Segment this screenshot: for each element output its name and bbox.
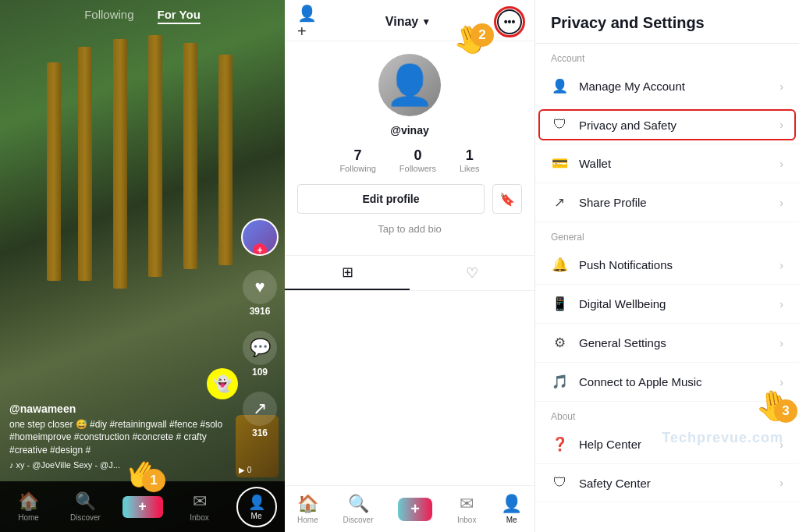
add-friend-icon: 👤+ (297, 4, 319, 41)
profile-nav-inbox[interactable]: ✉ Inbox (457, 494, 476, 524)
profile-avatar: 👤 (378, 54, 441, 116)
manage-account-label: Manage My Account (579, 80, 779, 93)
me-icon: 👤 (501, 494, 522, 514)
followers-label: Followers (400, 164, 436, 173)
chevron-right-icon-9: › (779, 438, 783, 451)
share-profile-item[interactable]: ↗ Share Profile › (535, 183, 799, 222)
step-1-badge: 1 (142, 469, 165, 492)
general-settings-item[interactable]: ⚙ General Settings › (535, 324, 799, 363)
comment-action[interactable]: 💬 109 (243, 331, 277, 378)
creator-name: @nawameen (9, 403, 238, 415)
avatar-silhouette-icon: 👤 (385, 62, 434, 108)
feed-nav-me[interactable]: 👤 Me (228, 487, 285, 527)
comment-count: 109 (252, 367, 268, 378)
chevron-right-icon-3: › (779, 158, 783, 170)
feed-actions: ♥ 3916 💬 109 ↗ 316 (241, 218, 279, 438)
safety-icon: 🛡 (551, 475, 568, 491)
wallet-icon: 💳 (551, 155, 568, 172)
fence-post-5 (183, 43, 197, 269)
help-center-item[interactable]: ❓ Help Center › (535, 425, 799, 464)
fence-post-4 (148, 35, 162, 277)
share-button[interactable]: ↗ (243, 392, 277, 426)
following-count: 7 (354, 147, 362, 164)
comment-button[interactable]: 💬 (243, 331, 277, 365)
plus-button[interactable]: + (126, 496, 159, 518)
following-stat: 7 Following (339, 147, 375, 173)
followers-stat: 0 Followers (400, 147, 436, 173)
wallet-item[interactable]: 💳 Wallet › (535, 144, 799, 183)
bookmark-button[interactable]: 🔖 (492, 184, 522, 214)
snapchat-badge[interactable]: 👻 (207, 368, 238, 399)
privacy-safety-label: Privacy and Safety (579, 119, 779, 132)
bio-placeholder[interactable]: Tap to add bio (378, 223, 442, 235)
more-options-button[interactable]: ••• (497, 9, 522, 34)
discover-icon: 🔍 (75, 491, 96, 512)
manage-account-item[interactable]: 👤 Manage My Account › (535, 67, 799, 106)
profile-nav-me[interactable]: 👤 Me (501, 494, 522, 524)
like-button[interactable]: ♥ (243, 270, 277, 304)
home-icon: 🏠 (297, 494, 318, 514)
plus-button[interactable]: + (398, 498, 432, 521)
apple-music-item[interactable]: 🎵 Connect to Apple Music › (535, 363, 799, 402)
profile-nav-discover[interactable]: 🔍 Discover (343, 494, 374, 524)
feed-nav-home[interactable]: 🏠 Home (0, 491, 57, 522)
safety-center-item[interactable]: 🛡 Safety Center › (535, 464, 799, 502)
videos-tab[interactable]: ⊞ (285, 256, 410, 290)
inbox-label: Inbox (457, 516, 476, 524)
wallet-label: Wallet (579, 157, 779, 170)
creator-avatar (241, 218, 279, 256)
profile-header: 👤+ Vinay ▼ ••• (285, 0, 534, 41)
bookmark-icon: 🔖 (499, 192, 515, 207)
feed-nav-inbox[interactable]: ✉ Inbox (171, 491, 228, 522)
following-label: Following (339, 164, 375, 173)
like-action[interactable]: ♥ 3916 (243, 270, 277, 317)
chevron-right-icon-10: › (779, 477, 783, 489)
following-tab[interactable]: Following (84, 8, 133, 24)
profile-handle: @vinay (390, 124, 428, 137)
add-friend-button[interactable]: 👤+ (297, 11, 319, 33)
me-label: Me (506, 516, 517, 524)
share-profile-label: Share Profile (579, 196, 779, 209)
safety-center-label: Safety Center (579, 477, 779, 490)
share-action[interactable]: ↗ 316 (243, 392, 277, 438)
chevron-right-icon-4: › (779, 197, 783, 209)
profile-body: 👤 @vinay 7 Following 0 Followers 1 Likes… (285, 41, 534, 255)
heart-tab-icon: ♡ (466, 264, 478, 282)
for-you-tab[interactable]: For You (158, 8, 201, 24)
inbox-icon: ✉ (460, 494, 474, 514)
likes-stat: 1 Likes (460, 147, 480, 173)
settings-panel: Privacy and Settings Account 👤 Manage My… (534, 0, 799, 532)
profile-bottom-nav: 🏠 Home 🔍 Discover + ✉ Inbox 👤 Me (285, 485, 534, 532)
inbox-icon: ✉ (193, 491, 207, 512)
profile-nav-plus[interactable]: + (398, 498, 432, 521)
profile-tabs: ⊞ ♡ (285, 255, 534, 291)
bell-icon: 🔔 (551, 257, 568, 273)
edit-profile-button[interactable]: Edit profile (297, 184, 485, 214)
fence-post-6 (218, 55, 233, 265)
home-label: Home (297, 516, 318, 524)
feed-nav-plus[interactable]: + (114, 496, 171, 518)
creator-avatar-container[interactable] (241, 218, 279, 256)
liked-tab[interactable]: ♡ (410, 256, 534, 290)
wellbeing-icon: 📱 (551, 296, 568, 312)
chevron-right-icon-6: › (779, 298, 783, 310)
feed-panel: Following For You ♥ 3916 💬 109 ↗ 316 (0, 0, 285, 532)
privacy-safety-item[interactable]: 🛡 Privacy and Safety › (535, 106, 799, 144)
digital-wellbeing-item[interactable]: 📱 Digital Wellbeing › (535, 285, 799, 324)
chevron-right-icon-5: › (779, 259, 783, 271)
play-icon: ▶ 0 (239, 466, 251, 474)
dropdown-arrow-icon[interactable]: ▼ (421, 16, 431, 27)
chevron-right-icon-7: › (779, 337, 783, 349)
privacy-icon: 🛡 (551, 117, 568, 133)
step-1-annotation: 🤚 1 (125, 458, 158, 489)
manage-account-icon: 👤 (551, 78, 568, 94)
share-profile-icon: ↗ (551, 194, 568, 211)
gear-icon: ⚙ (551, 335, 568, 351)
me-icon: 👤 (248, 494, 265, 511)
push-notifications-label: Push Notifications (579, 258, 779, 271)
profile-stats: 7 Following 0 Followers 1 Likes (339, 147, 479, 173)
push-notifications-item[interactable]: 🔔 Push Notifications › (535, 246, 799, 285)
profile-nav-home[interactable]: 🏠 Home (297, 494, 318, 524)
like-count: 3916 (250, 306, 271, 317)
feed-nav-discover[interactable]: 🔍 Discover (57, 491, 114, 522)
